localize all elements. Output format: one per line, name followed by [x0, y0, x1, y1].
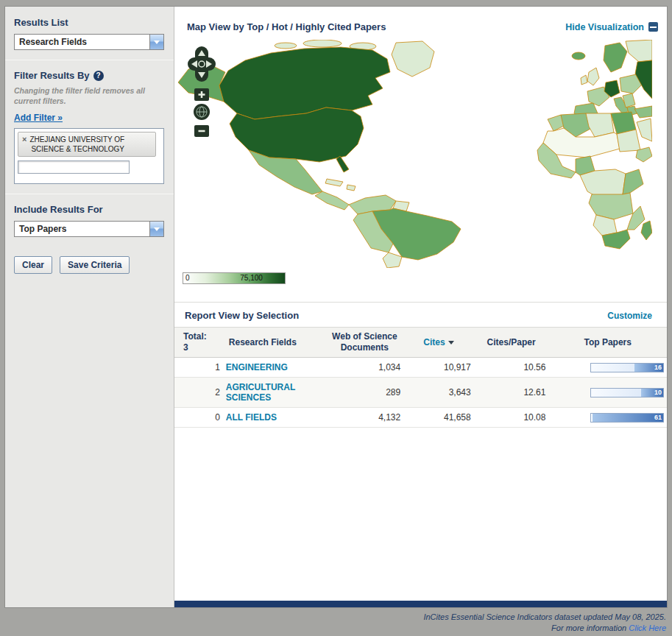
region-arabia [637, 119, 652, 141]
filter-note: Changing the filter field removes all cu… [14, 85, 160, 106]
include-results-section: Include Results For Top Papers [5, 204, 174, 237]
map-header: Map View by Top / Hot / Highly Cited Pap… [174, 7, 667, 40]
save-criteria-button[interactable]: Save Criteria [60, 256, 130, 274]
top-papers-value: 16 [654, 364, 663, 371]
more-info-line: For more information Click Here [4, 623, 666, 634]
table-row: 0 ALL FIELDS 4,132 41,658 10.08 61 [174, 408, 667, 428]
country-cuba [325, 179, 343, 186]
table-header-row: Total: 3 Research Fields Web of Science … [174, 328, 667, 358]
world-map[interactable]: 0 75,100 [175, 40, 667, 296]
total-label: Total: [183, 331, 220, 342]
main-panel: Map View by Top / Hot / Highly Cited Pap… [174, 7, 667, 607]
filter-tag-label: ZHEJIANG UNIVERSITY OFSCIENCE & TECHNOLO… [29, 135, 124, 154]
table-row: 1 ENGINEERING 1,034 10,917 10.56 16 [174, 358, 667, 378]
country-turkey [634, 106, 652, 118]
country-canada [219, 47, 390, 119]
country-argentina [383, 252, 402, 268]
region-central-america [315, 191, 349, 210]
country-hispaniola [347, 185, 356, 191]
region-scandinavia [604, 43, 627, 72]
map-view-title: Map View by Top / Hot / Highly Cited Pap… [187, 21, 386, 32]
include-results-title: Include Results For [14, 204, 165, 215]
top-papers-bar: 10 [590, 388, 664, 398]
filter-tag[interactable]: × ZHEJIANG UNIVERSITY OFSCIENCE & TECHNO… [18, 132, 156, 157]
report-header: Report View by Selection Customize [174, 303, 667, 327]
filter-box: × ZHEJIANG UNIVERSITY OFSCIENCE & TECHNO… [14, 128, 164, 184]
region-east-africa [623, 169, 643, 194]
top-papers-value: 10 [654, 389, 663, 396]
results-list-dropdown-value: Research Fields [15, 37, 149, 47]
include-results-dropdown[interactable]: Top Papers [14, 221, 164, 237]
field-link-engineering[interactable]: ENGINEERING [226, 362, 288, 372]
docs-value: 1,034 [325, 358, 403, 378]
sidebar-divider [5, 60, 174, 60]
globe-reset-button[interactable] [194, 104, 210, 120]
results-list-section: Results List Research Fields [5, 17, 174, 50]
pan-control[interactable] [188, 46, 216, 82]
customize-link[interactable]: Customize [607, 311, 652, 321]
clear-button[interactable]: Clear [14, 256, 52, 274]
region-russia [626, 40, 652, 62]
zoom-out-button[interactable] [194, 125, 209, 137]
rank-value: 1 [174, 358, 223, 378]
cites-per-paper-value: 10.56 [474, 358, 549, 378]
country-greenland [392, 41, 434, 77]
country-ireland [581, 75, 587, 85]
cites-value: 10,917 [403, 358, 474, 378]
results-list-title: Results List [14, 17, 165, 28]
hide-visualization-link[interactable]: Hide Visualization [565, 22, 658, 32]
bottom-accent-bar [174, 601, 667, 607]
footer: InCites Essential Science Indicators dat… [4, 612, 666, 634]
report-view-title: Report View by Selection [185, 310, 299, 321]
region-angola-zambia [589, 193, 633, 219]
legend-gradient-bar: 0 75,100 [183, 272, 286, 284]
total-value: 3 [183, 342, 220, 353]
filter-results-title: Filter Results By [14, 70, 90, 81]
map-controls [185, 46, 218, 146]
field-link-all-fields[interactable]: ALL FIELDS [226, 412, 277, 423]
collapse-minus-icon[interactable] [648, 22, 658, 32]
sidebar-buttons: Clear Save Criteria [14, 256, 174, 274]
top-papers-bar: 61 [590, 413, 664, 423]
report-section: Report View by Selection Customize Total… [174, 302, 667, 428]
sidebar: Results List Research Fields Filter Resu… [5, 7, 174, 607]
zoom-in-button[interactable] [194, 88, 209, 101]
more-info-text: For more information [551, 623, 626, 632]
sort-caret-icon [448, 341, 454, 344]
country-arctic-islands [275, 43, 297, 49]
country-usa-florida [336, 156, 349, 172]
map-legend: 0 75,100 [183, 272, 286, 284]
sidebar-divider [5, 194, 174, 194]
chevron-down-icon[interactable] [149, 222, 163, 236]
cites-value: 41,658 [403, 408, 474, 428]
filter-input[interactable] [18, 160, 130, 174]
country-madagascar [641, 221, 652, 240]
top-papers-value: 61 [654, 414, 663, 421]
column-header-top-papers: Top Papers [584, 337, 631, 347]
world-map-svg [175, 40, 652, 268]
field-link-agricultural-sciences[interactable]: AGRICULTURAL SCIENCES [226, 382, 295, 403]
click-here-link[interactable]: Click Here [629, 623, 666, 632]
docs-value: 289 [325, 378, 403, 408]
report-table: Total: 3 Research Fields Web of Science … [174, 327, 667, 428]
add-filter-link[interactable]: Add Filter » [14, 113, 63, 123]
legend-min-value: 0 [185, 274, 190, 282]
remove-filter-icon[interactable]: × [22, 135, 26, 154]
column-header-cites-per-paper: Cites/Paper [487, 337, 536, 347]
include-results-dropdown-value: Top Papers [15, 224, 149, 234]
country-uk [587, 68, 599, 85]
country-iceland [572, 52, 585, 60]
column-header-cites[interactable]: Cites [423, 337, 445, 347]
results-list-dropdown[interactable]: Research Fields [14, 34, 164, 50]
rank-value: 2 [174, 378, 223, 408]
chevron-down-icon[interactable] [149, 35, 163, 49]
dataset-update-note: InCites Essential Science Indicators dat… [4, 612, 666, 623]
app-window: Results List Research Fields Filter Resu… [4, 6, 668, 608]
help-icon[interactable]: ? [93, 71, 104, 81]
country-arctic-islands [303, 40, 342, 47]
cites-per-paper-value: 10.08 [474, 408, 549, 428]
filter-section: Filter Results By ? Changing the filter … [5, 70, 174, 184]
cites-value: 3,643 [403, 378, 474, 408]
cites-per-paper-value: 12.61 [474, 378, 549, 408]
legend-max-value: 75,100 [240, 274, 263, 282]
